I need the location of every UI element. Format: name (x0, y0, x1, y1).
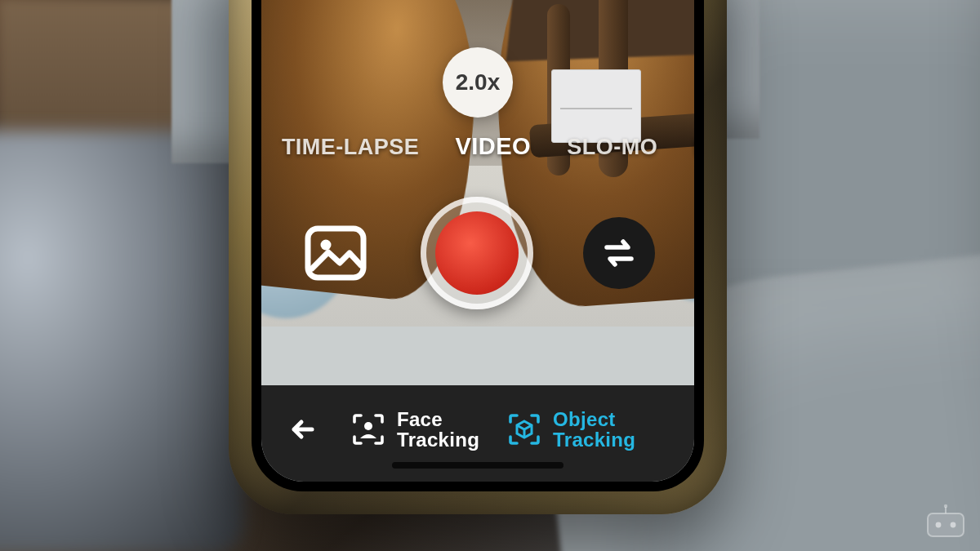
vf-box-on-floor (551, 69, 641, 143)
zoom-level-label: 2.0x (456, 69, 501, 96)
object-tracking-option[interactable]: Object Tracking (507, 409, 635, 450)
record-button[interactable] (421, 197, 533, 309)
publisher-watermark (923, 504, 969, 540)
back-button[interactable] (284, 410, 323, 449)
mode-item-edge-right[interactable]: PH (693, 135, 694, 160)
face-tracking-icon (351, 412, 385, 447)
svg-point-7 (951, 522, 956, 528)
camera-switch-icon (599, 233, 639, 273)
record-button-inner (435, 211, 519, 295)
home-indicator[interactable] (392, 462, 564, 469)
object-tracking-icon (507, 412, 541, 447)
gallery-icon (301, 218, 371, 288)
gallery-button[interactable] (301, 218, 371, 288)
camera-viewfinder: 2.0x E TIME-LAPSE VIDEO SLO-MO PH (261, 0, 694, 327)
svg-rect-3 (928, 513, 964, 536)
capture-mode-selector[interactable]: E TIME-LAPSE VIDEO SLO-MO PH (261, 133, 694, 160)
face-tracking-label: Face Tracking (397, 409, 479, 450)
mode-item-slomo[interactable]: SLO-MO (567, 135, 657, 160)
background-object-left (0, 131, 245, 551)
mode-item-timelapse[interactable]: TIME-LAPSE (282, 135, 420, 160)
arrow-left-icon (287, 413, 320, 446)
smartphone-device: 2.0x E TIME-LAPSE VIDEO SLO-MO PH (229, 0, 727, 514)
svg-point-1 (321, 240, 332, 251)
svg-rect-0 (308, 229, 363, 278)
phone-screen: 2.0x E TIME-LAPSE VIDEO SLO-MO PH (261, 0, 694, 482)
capture-controls-row (261, 188, 694, 318)
camera-switch-button[interactable] (583, 217, 655, 289)
face-tracking-option[interactable]: Face Tracking (351, 409, 479, 450)
mode-item-video-selected[interactable]: VIDEO (455, 133, 531, 160)
robot-logo-icon (923, 504, 969, 540)
zoom-level-button[interactable]: 2.0x (443, 47, 513, 118)
svg-point-6 (936, 522, 942, 528)
svg-point-5 (944, 504, 947, 508)
photograph-scene: 2.0x E TIME-LAPSE VIDEO SLO-MO PH (0, 0, 980, 551)
object-tracking-label: Object Tracking (553, 409, 635, 450)
svg-point-2 (364, 422, 372, 430)
